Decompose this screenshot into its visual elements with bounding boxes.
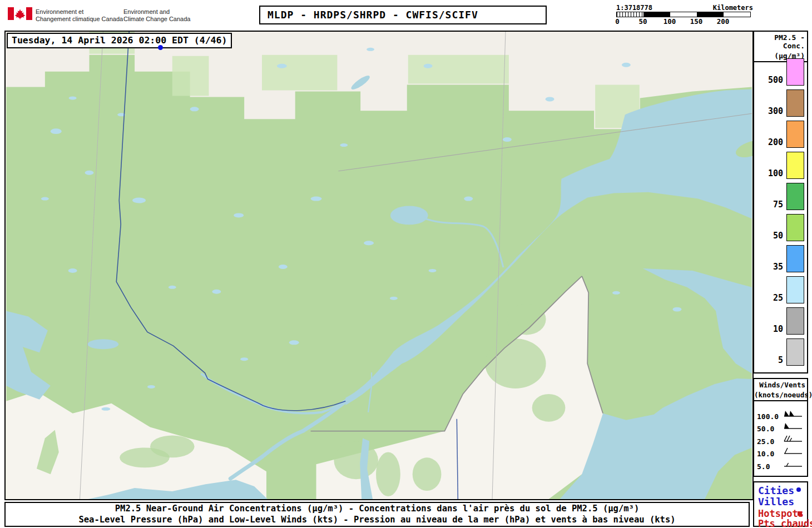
caption-line1: PM2.5 Near-Ground Air Concentrations (µg… — [6, 503, 749, 514]
wind-speed-label: 100.0 — [757, 412, 779, 421]
legend-swatch-label: 35 — [754, 262, 783, 272]
scale-tick: 150 — [690, 17, 703, 26]
org-name-fr: Environnement et Changement climatique C… — [36, 8, 123, 23]
app: { "header": { "logo": {"fr1":"Environnem… — [0, 0, 812, 528]
legend-swatch-label: 10 — [754, 324, 783, 334]
scale-tick: 100 — [664, 17, 676, 26]
scale-segment — [617, 12, 643, 17]
scale-segment — [670, 12, 697, 17]
timestamp-box: Tuesday, 14 April 2026 02:00 EDT (4/46) — [7, 33, 232, 48]
legend-swatch-label: 500 — [754, 75, 783, 85]
wind-speed-label: 10.0 — [757, 450, 774, 458]
markers-legend: Cities Villes Hotspots Pts chauds — [753, 481, 808, 527]
wind-barb-icon — [780, 459, 804, 471]
scale-segment — [697, 12, 724, 17]
pm25-legend: PM2.5 - Conc. (µg/m³) 500300200100755035… — [753, 31, 808, 373]
map-canvas — [6, 32, 752, 499]
legend-swatch — [786, 89, 804, 117]
scale-tick: 0 — [615, 17, 620, 26]
canada-flag-logo — [8, 7, 32, 20]
org-name-en: Environment and Climate Change Canada — [123, 8, 190, 23]
legend-swatch — [786, 58, 804, 86]
wind-speed-label: 25.0 — [757, 437, 774, 446]
map-scale-bar: 1:3718778 Kilometers 050100150200 — [616, 4, 753, 28]
legend-swatch — [786, 338, 804, 366]
wind-speed-label: 5.0 — [757, 462, 770, 471]
wind-barb-icon — [780, 409, 804, 421]
map: Tuesday, 14 April 2026 02:00 EDT (4/46) — [4, 31, 754, 500]
scale-tick: 200 — [717, 17, 730, 26]
scale-ratio: 1:3718778 — [616, 4, 652, 12]
legend-swatch — [786, 183, 804, 210]
cities-label-fr: Villes — [758, 496, 794, 507]
legend-swatch — [786, 152, 804, 179]
cities-label-en: Cities — [758, 485, 794, 496]
org-en-line2: Climate Change Canada — [123, 16, 190, 23]
legend-swatch-label: 50 — [754, 231, 783, 241]
org-fr-line2: Changement climatique Canada — [36, 16, 123, 23]
winds-legend-title: Winds/Vents — [754, 379, 807, 389]
scale-segment — [643, 12, 670, 17]
wind-speed-label: 50.0 — [757, 425, 774, 433]
pm25-legend-title: PM2.5 - Conc. — [754, 32, 807, 50]
org-en-line1: Environment and — [123, 8, 190, 16]
legend-swatch — [786, 121, 804, 148]
legend-swatch — [786, 307, 804, 335]
caption-line2: Sea-Level Pressure (hPa) and Low-Level W… — [6, 514, 749, 525]
caption: PM2.5 Near-Ground Air Concentrations (µg… — [4, 502, 750, 527]
city-dot-symbol — [796, 487, 801, 492]
legend-swatch-label: 100 — [754, 168, 783, 178]
org-fr-line1: Environnement et — [36, 8, 123, 16]
hotspots-label-fr: Pts chauds — [758, 518, 812, 528]
scale-tick: 50 — [638, 17, 647, 26]
legend-swatch-label: 75 — [754, 200, 783, 210]
wind-barb-icon — [780, 421, 804, 434]
legend-swatch-label: 25 — [754, 293, 783, 303]
wind-barb-icon — [780, 434, 804, 446]
legend-swatch — [786, 245, 804, 272]
product-title: MLDP - HRDPS/SHRPD - CWFIS/SCIFV — [259, 6, 547, 24]
scale-ticks: 050100150200 — [616, 17, 753, 26]
scale-segment — [724, 12, 750, 17]
legend-swatch — [786, 276, 804, 303]
legend-swatch-label: 5 — [754, 355, 783, 365]
legend-swatch-label: 300 — [754, 106, 783, 116]
city-dot — [158, 45, 163, 50]
winds-legend: Winds/Vents (knots/noeuds) 100.050.025.0… — [753, 378, 808, 477]
wind-barb-icon — [780, 446, 804, 459]
hotspot-symbol — [798, 511, 802, 516]
scale-bar-graphic — [616, 12, 751, 17]
winds-legend-units: (knots/noeuds) — [754, 389, 807, 399]
divider — [754, 400, 807, 401]
legend-swatch — [786, 214, 804, 241]
scale-unit-label: Kilometers — [713, 4, 753, 12]
hotspots-label-en: Hotspots — [758, 508, 804, 519]
legend-swatch-label: 200 — [754, 137, 783, 147]
